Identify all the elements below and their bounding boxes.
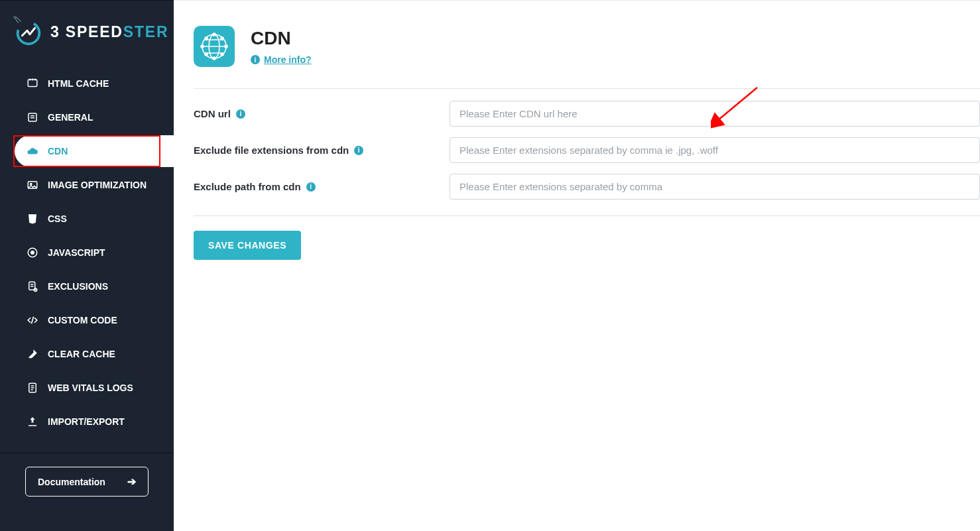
svg-point-17 — [221, 37, 223, 40]
cdn-url-input[interactable] — [450, 101, 980, 127]
svg-point-4 — [31, 183, 32, 184]
image-icon — [27, 179, 38, 191]
nav-link-javascript[interactable]: JAVASCRIPT — [0, 237, 174, 268]
sidebar-item-label: CLEAR CACHE — [48, 349, 115, 359]
sidebar-item-general: GENERAL — [0, 101, 174, 133]
form-row-cdn-url: CDN url i — [194, 91, 980, 128]
sidebar-item-image-optimization: IMAGE OPTIMIZATION — [0, 169, 174, 201]
upload-icon — [27, 416, 38, 428]
nav-link-custom-code[interactable]: CUSTOM CODE — [0, 304, 174, 336]
svg-point-12 — [213, 33, 215, 36]
main-content: CDN i More info? CDN url i Exclude file … — [174, 0, 980, 531]
save-button[interactable]: SAVE CHANGES — [194, 231, 301, 260]
sidebar-item-label: JAVASCRIPT — [48, 247, 105, 258]
css-icon — [27, 213, 38, 225]
svg-point-19 — [221, 53, 223, 56]
label-cdn-url: CDN url i — [194, 108, 450, 119]
general-icon — [27, 111, 38, 123]
label-text: Exclude file extensions from cdn — [194, 145, 349, 156]
documentation-wrap: Documentation ➔ — [0, 453, 174, 510]
brush-icon — [27, 348, 38, 360]
nav-link-html-cache[interactable]: HTML CACHE — [0, 68, 174, 99]
brand-mark-icon — [13, 17, 44, 47]
svg-rect-1 — [28, 80, 37, 87]
documentation-button[interactable]: Documentation ➔ — [25, 467, 149, 497]
sidebar: 3 SPEEDSTER HTML CACHE GENERAL — [0, 0, 174, 531]
form-row-exclude-path: Exclude path from cdn i — [194, 164, 980, 201]
more-info-link[interactable]: i More info? — [251, 54, 312, 65]
arrow-right-icon: ➔ — [127, 475, 136, 488]
sidebar-item-label: CSS — [48, 213, 67, 224]
sidebar-item-css: CSS — [0, 203, 174, 235]
brand-text-1: 3 SPEED — [50, 23, 123, 40]
svg-point-13 — [213, 57, 215, 60]
svg-point-18 — [205, 53, 208, 56]
sidebar-item-exclusions: EXCLUSIONS — [0, 270, 174, 302]
logs-icon — [27, 382, 38, 394]
code-icon — [27, 314, 38, 326]
brand-text-2: STER — [123, 23, 169, 40]
js-icon — [27, 247, 38, 259]
form-row-exclude-ext: Exclude file extensions from cdn i — [194, 128, 980, 164]
sidebar-item-clear-cache: CLEAR CACHE — [0, 338, 174, 370]
sidebar-nav: HTML CACHE GENERAL CDN — [0, 59, 174, 440]
svg-point-15 — [225, 45, 227, 48]
brand-wordmark: 3 SPEEDSTER — [50, 23, 168, 41]
nav-link-cdn[interactable]: CDN — [15, 135, 174, 167]
label-exclude-ext: Exclude file extensions from cdn i — [194, 145, 450, 156]
more-info-label: More info? — [264, 54, 312, 65]
nav-link-clear-cache[interactable]: CLEAR CACHE — [0, 338, 174, 370]
sidebar-item-label: CUSTOM CODE — [48, 315, 117, 325]
info-icon: i — [251, 55, 260, 64]
header-separator — [194, 88, 980, 89]
sidebar-item-cdn: CDN — [0, 135, 174, 167]
info-icon[interactable]: i — [236, 109, 245, 119]
sidebar-item-label: EXCLUSIONS — [48, 281, 108, 292]
html-cache-icon — [27, 78, 38, 89]
exclude-extensions-input[interactable] — [450, 137, 980, 163]
info-icon[interactable]: i — [354, 146, 363, 155]
nav-link-web-vitals-logs[interactable]: WEB VITALS LOGS — [0, 372, 174, 404]
sidebar-item-label: WEB VITALS LOGS — [48, 383, 133, 393]
form-bottom-separator — [194, 215, 980, 216]
sidebar-item-label: CDN — [48, 146, 68, 156]
sidebar-item-web-vitals-logs: WEB VITALS LOGS — [0, 372, 174, 404]
svg-point-14 — [201, 45, 204, 48]
nav-link-image-optimization[interactable]: IMAGE OPTIMIZATION — [0, 169, 174, 201]
svg-point-16 — [205, 37, 208, 40]
label-exclude-path: Exclude path from cdn i — [194, 181, 450, 192]
sidebar-item-label: GENERAL — [48, 112, 93, 123]
documentation-label: Documentation — [38, 477, 105, 487]
label-text: CDN url — [194, 108, 231, 119]
sidebar-item-label: IMAGE OPTIMIZATION — [48, 180, 147, 190]
exclude-path-input[interactable] — [450, 174, 980, 200]
svg-point-6 — [31, 251, 34, 255]
brand-logo: 3 SPEEDSTER — [0, 1, 174, 59]
sidebar-item-import-export: IMPORT/EXPORT — [0, 406, 174, 438]
page-icon-cdn — [194, 26, 235, 67]
sidebar-item-label: HTML CACHE — [48, 78, 109, 89]
nav-link-import-export[interactable]: IMPORT/EXPORT — [0, 406, 174, 438]
exclusions-icon — [27, 280, 38, 292]
nav-link-general[interactable]: GENERAL — [0, 101, 174, 133]
sidebar-item-label: IMPORT/EXPORT — [48, 416, 125, 427]
nav-link-css[interactable]: CSS — [0, 203, 174, 235]
sidebar-item-html-cache: HTML CACHE — [0, 68, 174, 99]
page-header: CDN i More info? — [194, 1, 980, 74]
page-title-block: CDN i More info? — [251, 28, 312, 66]
info-icon[interactable]: i — [306, 182, 316, 192]
sidebar-item-javascript: JAVASCRIPT — [0, 237, 174, 268]
label-text: Exclude path from cdn — [194, 181, 301, 192]
nav-link-exclusions[interactable]: EXCLUSIONS — [0, 270, 174, 302]
cloud-icon — [27, 145, 38, 157]
page-title: CDN — [251, 28, 312, 49]
sidebar-item-custom-code: CUSTOM CODE — [0, 304, 174, 336]
